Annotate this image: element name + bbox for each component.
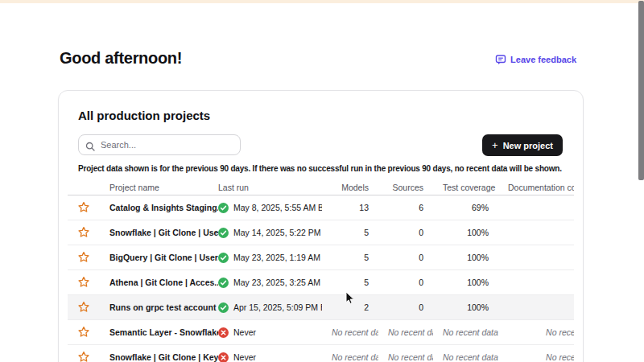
- column-header: Models: [322, 183, 378, 192]
- project-link[interactable]: Snowflake | Git Clone | Use...: [109, 228, 218, 237]
- top-accent-band: [0, 0, 644, 3]
- search-icon: [85, 140, 95, 154]
- plus-icon: +: [492, 140, 498, 150]
- table-row[interactable]: Catalog & Insights Staging...May 8, 2025…: [68, 195, 574, 220]
- favorite-cell: [68, 201, 100, 215]
- dashboard-page: { "page": { "greeting": "Good afternoon!…: [0, 0, 644, 362]
- last-run-text: May 8, 2025, 5:55 AM BS: [233, 203, 322, 212]
- favorite-star-icon[interactable]: [77, 251, 90, 263]
- last-run-cell: May 14, 2025, 5:22 PM BS: [218, 228, 322, 238]
- table-row[interactable]: Athena | Git Clone | Acces...May 23, 202…: [68, 270, 574, 295]
- models-cell: 5: [322, 228, 378, 237]
- project-name-cell: BigQuery | Git Clone | User...: [100, 253, 218, 262]
- favorite-star-icon[interactable]: [77, 326, 90, 338]
- favorite-star-icon[interactable]: [77, 201, 90, 213]
- production-projects-card: All production projects + New project Pr…: [58, 90, 584, 362]
- table-row[interactable]: Semantic Layer - SnowflakeNeverNo recent…: [68, 320, 574, 345]
- test-coverage-cell: 100%: [433, 278, 498, 287]
- new-project-button[interactable]: + New project: [482, 134, 563, 156]
- table-row[interactable]: Snowflake | Git Clone | Key...NeverNo re…: [68, 345, 574, 362]
- last-run-text: Apr 15, 2025, 5:09 PM BS: [233, 302, 322, 312]
- last-run-text: May 14, 2025, 5:22 PM BS: [233, 228, 322, 237]
- table-row[interactable]: Snowflake | Git Clone | Use...May 14, 20…: [68, 220, 574, 245]
- sources-cell: 6: [378, 203, 433, 212]
- sources-cell: 0: [378, 278, 433, 287]
- sources-cell: No recent data: [378, 327, 433, 337]
- test-coverage-cell: 100%: [433, 253, 498, 262]
- search-wrap: [78, 134, 241, 155]
- success-check-icon: [218, 228, 229, 238]
- models-cell: 2: [322, 302, 378, 312]
- success-check-icon: [218, 278, 229, 288]
- success-check-icon: [218, 203, 229, 213]
- card-title: All production projects: [78, 109, 564, 122]
- vertical-scrollbar-thumb[interactable]: [638, 1, 644, 180]
- sources-cell: No recent data: [378, 352, 433, 362]
- project-link[interactable]: Catalog & Insights Staging...: [109, 203, 218, 212]
- last-run-cell: May 8, 2025, 5:55 AM BS: [218, 203, 322, 213]
- last-run-cell: Apr 15, 2025, 5:09 PM BS: [218, 302, 322, 313]
- favorite-cell: [68, 351, 100, 362]
- table-row[interactable]: Runs on grpc test accountApr 15, 2025, 5…: [68, 295, 574, 320]
- models-cell: No recent data: [322, 327, 378, 337]
- new-project-label: New project: [503, 141, 553, 150]
- favorite-star-icon[interactable]: [77, 301, 90, 313]
- project-link[interactable]: Semantic Layer - Snowflake: [109, 327, 218, 337]
- favorite-cell: [68, 276, 100, 290]
- models-cell: 13: [322, 203, 378, 212]
- test-coverage-cell: No recent data: [433, 327, 498, 337]
- last-run-cell: May 23, 2025, 3:25 AM B: [218, 278, 322, 288]
- sources-cell: 0: [378, 228, 433, 237]
- project-name-cell: Snowflake | Git Clone | Key...: [100, 352, 218, 362]
- test-coverage-cell: 100%: [433, 302, 498, 312]
- leave-feedback-label: Leave feedback: [510, 55, 576, 64]
- models-cell: 5: [322, 278, 378, 287]
- favorite-star-icon[interactable]: [77, 276, 90, 288]
- last-run-text: Never: [233, 327, 256, 337]
- sources-cell: 0: [378, 253, 433, 262]
- project-name-cell: Semantic Layer - Snowflake: [100, 327, 218, 337]
- sources-cell: 0: [378, 302, 433, 312]
- leave-feedback-link[interactable]: Leave feedback: [495, 54, 576, 65]
- table-header-row: Project nameLast runModelsSourcesTest co…: [68, 179, 574, 195]
- last-run-text: Never: [233, 352, 256, 362]
- models-cell: 5: [322, 253, 378, 262]
- column-header: Project name: [100, 183, 218, 192]
- column-header: Documentation coverage: [498, 183, 574, 192]
- project-link[interactable]: BigQuery | Git Clone | User...: [109, 253, 218, 262]
- test-coverage-cell: 69%: [433, 203, 498, 212]
- models-cell: No recent data: [322, 352, 378, 362]
- test-coverage-cell: No recent data: [433, 352, 498, 362]
- project-link[interactable]: Athena | Git Clone | Acces...: [109, 278, 218, 287]
- last-run-text: May 23, 2025, 1:19 AM BS: [233, 253, 322, 262]
- favorite-star-icon[interactable]: [77, 351, 90, 362]
- last-run-text: May 23, 2025, 3:25 AM B: [233, 278, 322, 287]
- success-check-icon: [218, 253, 229, 263]
- test-coverage-cell: 100%: [433, 228, 498, 237]
- last-run-cell: Never: [218, 352, 322, 362]
- favorite-star-icon[interactable]: [77, 226, 90, 238]
- column-header: Sources: [378, 183, 433, 192]
- table-body: Catalog & Insights Staging...May 8, 2025…: [68, 195, 574, 362]
- project-link[interactable]: Runs on grpc test account: [109, 302, 216, 312]
- column-header: Test coverage: [433, 183, 498, 192]
- favorite-cell: [68, 301, 100, 315]
- project-link[interactable]: Snowflake | Git Clone | Key...: [109, 352, 218, 362]
- never-x-icon: [218, 327, 229, 338]
- project-name-cell: Catalog & Insights Staging...: [100, 203, 218, 212]
- project-name-cell: Runs on grpc test account: [100, 302, 218, 312]
- projects-table: Project nameLast runModelsSourcesTest co…: [68, 179, 574, 362]
- favorite-cell: [68, 326, 100, 339]
- favorite-cell: [68, 226, 100, 240]
- table-row[interactable]: BigQuery | Git Clone | User...May 23, 20…: [68, 245, 574, 270]
- doc-coverage-cell: No recent data: [498, 352, 574, 362]
- data-window-note: Project data shown is for the previous 9…: [78, 164, 564, 173]
- favorite-cell: [68, 251, 100, 265]
- last-run-cell: Never: [218, 327, 322, 338]
- search-input[interactable]: [78, 134, 241, 155]
- column-header: Last run: [218, 183, 322, 192]
- last-run-cell: May 23, 2025, 1:19 AM BS: [218, 253, 322, 263]
- project-name-cell: Athena | Git Clone | Acces...: [100, 278, 218, 287]
- never-x-icon: [218, 352, 229, 362]
- doc-coverage-cell: No recent data: [498, 327, 574, 337]
